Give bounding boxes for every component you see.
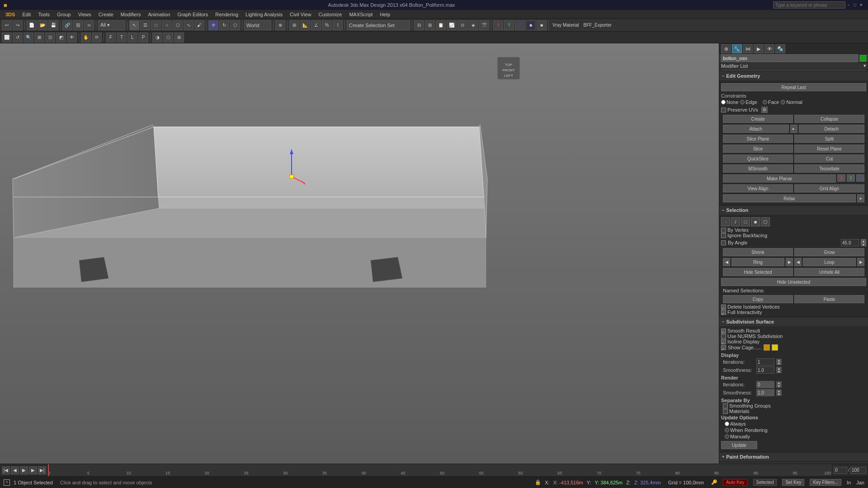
render-smooth-up[interactable]: ▲ bbox=[776, 389, 782, 393]
material-editor[interactable]: ◈ bbox=[468, 20, 478, 30]
frame-end-input[interactable] bbox=[850, 467, 866, 474]
rectangular-select-button[interactable]: □ bbox=[151, 20, 161, 30]
cage-color-1[interactable] bbox=[764, 344, 770, 351]
select-rotate-button[interactable]: ↻ bbox=[219, 20, 229, 30]
smoothness-down-btn[interactable]: ▼ bbox=[776, 370, 782, 373]
vertex-icon[interactable]: · bbox=[721, 217, 730, 226]
modifier-list-dropdown[interactable]: ▾ bbox=[863, 63, 866, 69]
select-object-button[interactable]: ↖ bbox=[129, 20, 139, 30]
render-iter-down[interactable]: ▼ bbox=[776, 385, 782, 388]
paste-button[interactable]: Paste bbox=[794, 295, 864, 303]
fence-select-button[interactable]: ⬡ bbox=[173, 20, 183, 30]
cage-color-2[interactable] bbox=[772, 344, 778, 351]
subdivision-displacement-header[interactable]: + Subdivision Displacement bbox=[719, 462, 868, 464]
selection-header[interactable]: − Selection bbox=[719, 206, 868, 215]
mirror-button[interactable]: ⊟ bbox=[414, 20, 424, 30]
iterations-spinner[interactable]: ▲ ▼ bbox=[776, 359, 782, 365]
percent-snap-toggle[interactable]: % bbox=[322, 20, 332, 30]
layer-manager[interactable]: 📋 bbox=[436, 20, 446, 30]
select-by-name-button[interactable]: ☰ bbox=[140, 20, 150, 30]
render-iter-up[interactable]: ▲ bbox=[776, 381, 782, 385]
select-filter-dropdown[interactable]: All ▾ bbox=[98, 20, 125, 30]
smoothing-groups-row[interactable]: Smoothing Groups bbox=[723, 403, 866, 408]
attach-button[interactable]: Attach bbox=[723, 125, 789, 133]
next-frame-button[interactable]: ▶ bbox=[29, 466, 37, 474]
minimize-icon[interactable]: − bbox=[845, 2, 852, 8]
by-angle-up[interactable]: ▲ bbox=[861, 239, 866, 243]
reference-coord-dropdown[interactable]: World bbox=[244, 20, 271, 30]
make-planar-z[interactable]: Z bbox=[856, 174, 864, 182]
copy-button[interactable]: Copy bbox=[723, 295, 793, 303]
bind-to-spacewarp[interactable]: ∞ bbox=[84, 20, 94, 30]
by-vertex-row[interactable]: By Vertex bbox=[721, 227, 866, 233]
vp-arc-rotate-button[interactable]: ↺ bbox=[13, 33, 23, 42]
link-button[interactable]: 🔗 bbox=[62, 20, 72, 30]
show-cage-chk[interactable] bbox=[721, 345, 726, 350]
timeline-playhead[interactable] bbox=[48, 464, 49, 476]
cut-button[interactable]: Cut bbox=[794, 155, 864, 163]
reset-plane-button[interactable]: Reset Plane bbox=[794, 145, 864, 153]
grow-button[interactable]: Grow bbox=[794, 248, 864, 256]
unhide-all-button[interactable]: Unhide All bbox=[794, 268, 864, 276]
use-nurms-row[interactable]: Use NURMS Subdivision bbox=[721, 333, 866, 339]
play-button[interactable]: ▶ bbox=[20, 466, 28, 474]
menu-modifiers[interactable]: Modifiers bbox=[117, 10, 145, 19]
constraint-edge[interactable]: Edge bbox=[740, 99, 757, 105]
maximize-icon[interactable]: □ bbox=[852, 2, 858, 8]
relax-settings[interactable]: ▸ bbox=[857, 194, 864, 202]
make-planar-y[interactable]: Y bbox=[847, 174, 855, 182]
save-button[interactable]: 💾 bbox=[48, 20, 58, 30]
vp-perspective-button[interactable]: P bbox=[138, 33, 148, 42]
edge-icon[interactable]: / bbox=[731, 217, 740, 226]
by-angle-spinner[interactable]: ▲ ▼ bbox=[861, 239, 866, 246]
render-iterations-spinner[interactable]: ▲ ▼ bbox=[776, 381, 782, 388]
vp-left-button[interactable]: L bbox=[127, 33, 137, 42]
menu-help[interactable]: Help bbox=[376, 10, 394, 19]
ring-button[interactable]: Ring bbox=[731, 258, 784, 266]
preserve-uvs-row[interactable]: Preserve UVs ⚙ bbox=[721, 106, 866, 114]
menu-tools[interactable]: Tools bbox=[34, 10, 53, 19]
isoline-display-row[interactable]: Isoline Display bbox=[721, 339, 866, 344]
constraint-none[interactable]: None bbox=[721, 99, 738, 105]
menu-create[interactable]: Create bbox=[95, 10, 117, 19]
render-setup[interactable]: 🎬 bbox=[479, 20, 489, 30]
unlink-button[interactable]: ⛓ bbox=[73, 20, 83, 30]
vp-pan-button[interactable]: ✋ bbox=[81, 33, 91, 42]
set-key-button[interactable]: Set Key bbox=[782, 479, 804, 486]
display-iterations-input[interactable] bbox=[756, 358, 774, 366]
quickslice-button[interactable]: QuickSlice bbox=[723, 155, 793, 163]
menu-views[interactable]: Views bbox=[75, 10, 95, 19]
use-pivot-button[interactable]: ⊕ bbox=[275, 20, 285, 30]
repeat-last-button[interactable]: Repeat Last bbox=[721, 83, 866, 91]
select-and-link-toggle[interactable]: ⊞ bbox=[289, 20, 299, 30]
vp-maximize-button[interactable]: ⬜ bbox=[2, 33, 12, 42]
polygon-icon[interactable]: ■ bbox=[751, 217, 760, 226]
autokey-button[interactable]: Auto Key bbox=[723, 479, 748, 486]
element-icon[interactable]: ⬡ bbox=[761, 217, 770, 226]
vp-zoom-button[interactable]: 🔍 bbox=[24, 33, 33, 42]
rp-icon-modify[interactable]: 🔧 bbox=[732, 44, 742, 53]
schematic-view[interactable]: ⊙ bbox=[458, 20, 467, 30]
rp-icon-hierarchy[interactable]: ⋈ bbox=[743, 44, 753, 53]
lasso-select-button[interactable]: ∿ bbox=[184, 20, 193, 30]
render-smoothness-spinner[interactable]: ▲ ▼ bbox=[776, 389, 782, 396]
iter-up-btn[interactable]: ▲ bbox=[776, 359, 782, 362]
view-align-button[interactable]: View Align bbox=[723, 184, 793, 192]
circular-select-button[interactable]: ○ bbox=[162, 20, 172, 30]
object-color-swatch[interactable] bbox=[860, 55, 866, 61]
vp-wireframe-button[interactable]: ⬡ bbox=[163, 33, 173, 42]
iter-down-btn[interactable]: ▼ bbox=[776, 362, 782, 365]
menu-3ds[interactable]: 3DS bbox=[2, 10, 19, 19]
snap-to-edge-toggle[interactable]: ⌇ bbox=[333, 20, 343, 30]
vp-orbit-button[interactable]: ⟳ bbox=[92, 33, 102, 42]
go-to-end-button[interactable]: ▶| bbox=[38, 466, 46, 474]
make-planar-x[interactable]: X bbox=[837, 174, 845, 182]
frame-start-input[interactable] bbox=[834, 467, 847, 474]
smooth-result-row[interactable]: Smooth Result bbox=[721, 328, 866, 333]
vp-field-of-view-button[interactable]: ◩ bbox=[56, 33, 66, 42]
preserve-uvs-settings[interactable]: ⚙ bbox=[761, 107, 768, 113]
redo-button[interactable]: ↪ bbox=[13, 20, 23, 30]
select-move-button[interactable]: ✛ bbox=[208, 20, 218, 30]
border-icon[interactable]: □ bbox=[741, 217, 750, 226]
split-button[interactable]: Split bbox=[794, 135, 864, 143]
